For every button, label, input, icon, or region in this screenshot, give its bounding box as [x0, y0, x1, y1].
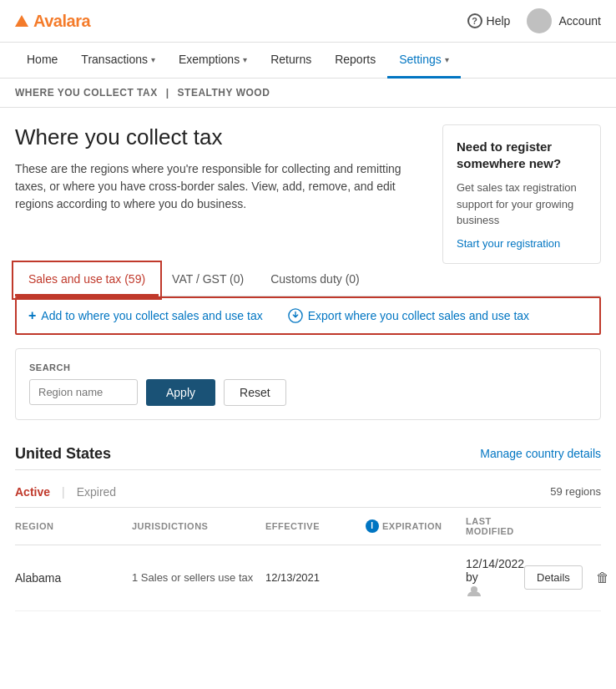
- breadcrumb: WHERE YOU COLLECT TAX | STEALTHY WOOD: [0, 79, 616, 108]
- help-button[interactable]: ? Help: [467, 13, 511, 28]
- tab-customs-duty-label: Customs duty (0): [270, 272, 360, 286]
- nav-item-transactions[interactable]: Transactions ▾: [69, 43, 167, 79]
- chevron-down-icon: ▾: [151, 55, 155, 64]
- country-header: United States Manage country details: [15, 437, 601, 470]
- nav-settings-label: Settings: [399, 53, 442, 66]
- nav-item-exemptions[interactable]: Exemptions ▾: [167, 43, 259, 79]
- nav-home-label: Home: [27, 53, 58, 66]
- cell-region: Alabama: [15, 571, 132, 585]
- table-row: Alabama 1 Sales or sellers use tax 12/13…: [15, 545, 601, 611]
- table-header: REGION JURISDICTIONS EFFECTIVE i EXPIRAT…: [15, 508, 601, 545]
- top-header: Avalara ? Help Account: [0, 0, 616, 43]
- modified-by: [466, 585, 524, 599]
- col-header-expiration: i EXPIRATION: [366, 516, 466, 536]
- cell-actions: Details 🗑: [524, 565, 608, 590]
- nav-exemptions-label: Exemptions: [179, 53, 240, 66]
- start-registration-link[interactable]: Start your registration: [457, 237, 560, 250]
- search-input[interactable]: [29, 379, 138, 405]
- col-header-jurisdictions: JURISDICTIONS: [132, 516, 265, 536]
- tabs: Sales and use tax (59) VAT / GST (0) Cus…: [15, 264, 601, 296]
- export-icon: [288, 308, 303, 323]
- cell-last-modified: 12/14/2022 by: [466, 557, 524, 599]
- plus-icon: +: [28, 308, 36, 323]
- main-nav: Home Transactions ▾ Exemptions ▾ Returns…: [0, 43, 616, 79]
- action-bar: + Add to where you collect sales and use…: [15, 296, 601, 335]
- main-content: Where you collect tax These are the regi…: [0, 108, 616, 628]
- export-tax-collection-button[interactable]: Export where you collect sales and use t…: [288, 308, 529, 323]
- content-left: Where you collect tax These are the regi…: [15, 124, 426, 264]
- cell-effective: 12/13/2021: [265, 571, 366, 584]
- account-section[interactable]: Account: [527, 8, 601, 33]
- search-section: SEARCH Apply Reset: [15, 348, 601, 420]
- search-label: SEARCH: [29, 362, 587, 372]
- search-row: Apply Reset: [29, 379, 587, 406]
- region-tabs: Active | Expired 59 regions: [15, 477, 601, 508]
- chevron-down-icon: ▾: [243, 55, 247, 64]
- delete-icon[interactable]: 🗑: [596, 570, 609, 585]
- tab-vat-gst-label: VAT / GST (0): [172, 272, 244, 286]
- page-title: Where you collect tax: [15, 124, 426, 150]
- breadcrumb-sep: |: [166, 87, 169, 99]
- nav-item-settings[interactable]: Settings ▾: [387, 43, 461, 79]
- col-header-effective: EFFECTIVE: [265, 516, 366, 536]
- side-card: Need to register somewhere new? Get sale…: [442, 124, 601, 264]
- content-right: Need to register somewhere new? Get sale…: [442, 124, 601, 264]
- logo: Avalara: [15, 12, 90, 31]
- reset-button[interactable]: Reset: [224, 379, 286, 406]
- side-card-text: Get sales tax registration support for y…: [457, 180, 587, 229]
- manage-country-link[interactable]: Manage country details: [480, 447, 601, 460]
- nav-returns-label: Returns: [270, 53, 311, 66]
- col-header-region: REGION: [15, 516, 132, 536]
- modified-date: 12/14/2022 by: [466, 557, 524, 584]
- page-description: These are the regions where you're respo…: [15, 160, 426, 213]
- nav-item-home[interactable]: Home: [15, 43, 69, 79]
- tab-vat-gst[interactable]: VAT / GST (0): [159, 264, 257, 296]
- col-header-actions: [518, 516, 601, 536]
- country-name: United States: [15, 445, 111, 463]
- logo-triangle-icon: [15, 15, 28, 27]
- help-circle-icon: ?: [467, 13, 482, 28]
- export-label: Export where you collect sales and use t…: [308, 309, 529, 322]
- region-tab-expired[interactable]: Expired: [77, 485, 116, 499]
- nav-item-reports[interactable]: Reports: [323, 43, 387, 79]
- cell-jurisdictions: 1 Sales or sellers use tax: [132, 571, 265, 584]
- nav-item-returns[interactable]: Returns: [259, 43, 323, 79]
- tab-sales-use-tax-label: Sales and use tax (59): [28, 272, 145, 286]
- tabs-section: Sales and use tax (59) VAT / GST (0) Cus…: [15, 264, 601, 296]
- region-count: 59 regions: [550, 485, 601, 498]
- tab-sales-use-tax[interactable]: Sales and use tax (59): [15, 264, 159, 296]
- breadcrumb-part2: STEALTHY WOOD: [178, 87, 270, 99]
- breadcrumb-part1: WHERE YOU COLLECT TAX: [15, 87, 158, 99]
- region-tab-sep: |: [62, 485, 65, 499]
- account-label: Account: [558, 14, 601, 28]
- logo-text: Avalara: [33, 12, 90, 31]
- region-tab-active[interactable]: Active: [15, 485, 50, 499]
- tab-customs-duty[interactable]: Customs duty (0): [257, 264, 373, 296]
- help-label: Help: [487, 14, 511, 28]
- nav-reports-label: Reports: [335, 53, 376, 66]
- content-row: Where you collect tax These are the regi…: [15, 124, 601, 264]
- header-right: ? Help Account: [467, 8, 601, 33]
- details-button[interactable]: Details: [524, 565, 583, 590]
- add-label: Add to where you collect sales and use t…: [41, 309, 262, 322]
- apply-button[interactable]: Apply: [146, 379, 215, 406]
- nav-transactions-label: Transactions: [81, 53, 148, 66]
- chevron-down-icon: ▾: [445, 55, 449, 64]
- region-tab-group: Active | Expired: [15, 485, 116, 499]
- info-icon: i: [366, 519, 379, 533]
- add-tax-collection-button[interactable]: + Add to where you collect sales and use…: [28, 308, 263, 323]
- avatar: [527, 8, 552, 33]
- side-card-title: Need to register somewhere new?: [457, 139, 587, 171]
- user-icon: [466, 585, 482, 597]
- col-header-last-modified: LAST MODIFIED: [466, 516, 518, 536]
